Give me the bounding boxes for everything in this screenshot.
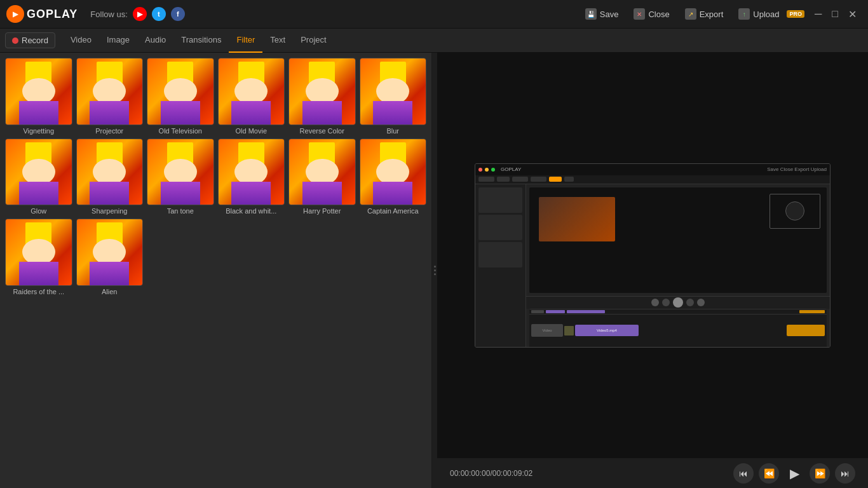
step-forward-button[interactable]: ⏩ xyxy=(810,463,830,484)
preview-panel: GOPLAY Save Close Export Upload xyxy=(437,53,868,488)
follow-us-section: Follow us: ▶ t f xyxy=(90,7,185,21)
record-label: Record xyxy=(22,36,48,45)
youtube-button[interactable]: ▶ xyxy=(133,7,147,21)
logo-icon: ▶ xyxy=(6,5,24,23)
filter-old-movie-label: Old Movie xyxy=(218,127,285,135)
tab-video[interactable]: Video xyxy=(63,29,99,53)
record-button[interactable]: Record xyxy=(5,32,55,48)
nested-preview-video xyxy=(529,187,827,293)
tab-project[interactable]: Project xyxy=(293,29,334,53)
skip-to-start-button[interactable]: ⏮ xyxy=(733,463,754,484)
app-logo: ▶ GOPLAY xyxy=(6,5,78,23)
maximize-button[interactable]: □ xyxy=(827,5,843,23)
nested-title-actions: Save Close Export Upload xyxy=(767,166,827,172)
filter-sharpening-label: Sharpening xyxy=(76,207,144,215)
filter-captain-america-label: Captain America xyxy=(360,207,427,215)
minimize-button[interactable]: ─ xyxy=(810,5,827,23)
tab-image[interactable]: Image xyxy=(99,29,137,53)
app-name: GOPLAY xyxy=(27,8,78,21)
export-button[interactable]: ↗ Export xyxy=(677,5,731,23)
filter-glow[interactable]: Glow xyxy=(5,139,72,215)
export-label: Export xyxy=(700,10,724,19)
nested-video-thumb xyxy=(539,197,615,241)
step-back-button[interactable]: ⏪ xyxy=(759,463,779,484)
filter-reverse-color-label: Reverse Color xyxy=(288,127,356,135)
filter-panel: Vignetting Projector xyxy=(0,53,432,488)
filter-grid: Vignetting Projector xyxy=(5,58,426,295)
nested-min-dot xyxy=(485,168,489,172)
filter-old-television[interactable]: Old Television xyxy=(147,58,214,135)
nested-timeline: Video Video5.mp4 xyxy=(529,309,827,347)
filter-glow-label: Glow xyxy=(5,207,72,215)
close-button[interactable]: ✕ Close xyxy=(626,5,677,23)
upload-label: Upload xyxy=(753,10,779,19)
nested-body: Video Video5.mp4 xyxy=(475,175,830,347)
close-icon: ✕ xyxy=(634,8,645,20)
record-dot-icon xyxy=(12,37,18,44)
filter-harry-potter-label: Harry Potter xyxy=(288,207,356,215)
filter-tan-tone-label: Tan tone xyxy=(147,207,214,215)
filter-old-television-label: Old Television xyxy=(147,127,214,135)
nested-close-dot xyxy=(478,168,482,172)
titlebar: ▶ GOPLAY Follow us: ▶ t f 💾 Save ✕ Close… xyxy=(0,0,868,29)
nested-titlebar: GOPLAY Save Close Export Upload xyxy=(475,164,830,175)
nested-inner-toolbar xyxy=(475,175,830,184)
play-pause-button[interactable]: ▶ xyxy=(784,463,804,484)
export-icon: ↗ xyxy=(685,8,696,20)
upload-icon: ↑ xyxy=(738,8,750,20)
filter-alien-label: Alien xyxy=(76,288,144,295)
current-time: 00:00:00:00 xyxy=(450,469,490,478)
preview-inner: GOPLAY Save Close Export Upload xyxy=(437,53,868,458)
nested-sidebar xyxy=(475,184,526,347)
facebook-button[interactable]: f xyxy=(171,7,185,21)
filter-black-white-label: Black and whit... xyxy=(218,207,285,215)
filter-vignetting[interactable]: Vignetting xyxy=(5,58,72,135)
twitter-button[interactable]: t xyxy=(152,7,166,21)
main-toolbar: Record Video Image Audio Transitions Fil… xyxy=(0,29,868,53)
filter-captain-america[interactable]: Captain America xyxy=(360,139,427,215)
save-icon: 💾 xyxy=(585,8,597,20)
nested-main-area: Video Video5.mp4 xyxy=(526,184,830,347)
filter-black-white[interactable]: Black and whit... xyxy=(218,139,285,215)
filter-projector-label: Projector xyxy=(76,127,144,135)
nested-player-controls xyxy=(526,296,830,309)
skip-to-end-button[interactable]: ⏭ xyxy=(835,463,855,484)
save-label: Save xyxy=(600,10,619,19)
player-controls: 00:00:00:00/00:00:09:02 ⏮ ⏪ ▶ ⏩ ⏭ xyxy=(437,458,868,488)
panel-divider[interactable] xyxy=(432,53,437,488)
nested-app-name: GOPLAY xyxy=(501,166,521,172)
filter-reverse-color[interactable]: Reverse Color xyxy=(288,58,356,135)
pro-badge: PRO xyxy=(787,10,804,18)
nested-app-preview: GOPLAY Save Close Export Upload xyxy=(475,163,831,348)
nested-max-dot xyxy=(491,168,495,172)
filter-harry-potter[interactable]: Harry Potter xyxy=(288,139,356,215)
tab-filter[interactable]: Filter xyxy=(229,29,262,53)
filter-raiders[interactable]: Raiders of the ... xyxy=(5,219,72,295)
filter-blur-label: Blur xyxy=(360,127,427,135)
main-layout: Vignetting Projector xyxy=(0,53,868,488)
filter-old-movie[interactable]: Old Movie xyxy=(218,58,285,135)
filter-raiders-label: Raiders of the ... xyxy=(5,288,72,295)
close-label: Close xyxy=(648,10,669,19)
player-time-display: 00:00:00:00/00:00:09:02 xyxy=(450,469,728,478)
tab-transitions[interactable]: Transitions xyxy=(173,29,229,53)
filter-vignetting-label: Vignetting xyxy=(5,127,72,135)
upload-button[interactable]: ↑ Upload xyxy=(731,5,787,23)
window-close-button[interactable]: ✕ xyxy=(843,5,862,24)
tab-text[interactable]: Text xyxy=(262,29,293,53)
filter-sharpening[interactable]: Sharpening xyxy=(76,139,144,215)
nested-content-area: Video Video5.mp4 xyxy=(475,184,830,347)
total-time: 00:00:09:02 xyxy=(492,469,532,478)
preview-screen: GOPLAY Save Close Export Upload xyxy=(437,53,868,458)
divider-handle xyxy=(434,266,436,275)
tab-audio[interactable]: Audio xyxy=(137,29,173,53)
filter-alien[interactable]: Alien xyxy=(76,219,144,295)
filter-projector[interactable]: Projector xyxy=(76,58,144,135)
follow-us-label: Follow us: xyxy=(90,10,128,19)
filter-tan-tone[interactable]: Tan tone xyxy=(147,139,214,215)
save-button[interactable]: 💾 Save xyxy=(578,5,627,23)
filter-blur[interactable]: Blur xyxy=(360,58,427,135)
